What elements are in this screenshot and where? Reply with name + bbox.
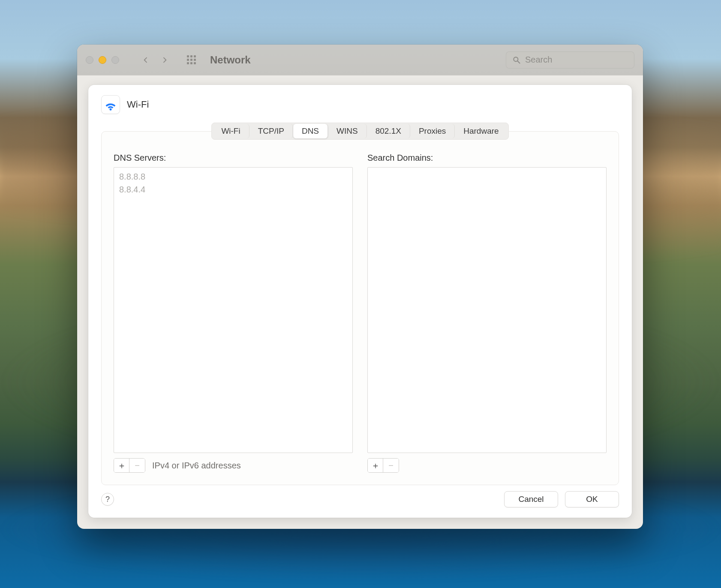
dns-server-row[interactable]: 8.8.4.4 [119, 183, 347, 196]
show-all-icon[interactable] [187, 55, 196, 65]
dns-hint: IPv4 or IPv6 addresses [152, 461, 241, 471]
remove-search-domain-button[interactable]: − [383, 459, 399, 472]
dns-servers-add-remove: ＋ − [114, 458, 145, 473]
sheet-header: Wi-Fi [88, 95, 632, 120]
cancel-button[interactable]: Cancel [504, 491, 558, 507]
tab-hardware[interactable]: Hardware [455, 124, 507, 138]
preferences-window: Network Search Wi-Fi Wi-FiTCP/IPDNSWINS8… [77, 45, 643, 529]
search-domains-column: Search Domains: ＋ − [367, 153, 607, 473]
back-icon[interactable] [142, 57, 149, 63]
tab-tcp-ip[interactable]: TCP/IP [249, 124, 293, 138]
search-domains-listbox[interactable] [367, 167, 607, 453]
ok-button[interactable]: OK [565, 491, 619, 507]
window-title: Network [210, 54, 251, 66]
close-window-button[interactable] [86, 56, 93, 64]
svg-line-1 [518, 61, 520, 63]
tab-802-1x[interactable]: 802.1X [367, 124, 410, 138]
add-dns-server-button[interactable]: ＋ [114, 459, 129, 472]
tab-proxies[interactable]: Proxies [410, 124, 455, 138]
zoom-window-button[interactable] [111, 56, 119, 64]
search-icon [512, 56, 521, 64]
wifi-icon [101, 95, 120, 114]
interface-name: Wi-Fi [127, 99, 149, 110]
tab-segmented-control: Wi-FiTCP/IPDNSWINS802.1XProxiesHardware [211, 123, 508, 140]
dns-servers-label: DNS Servers: [114, 153, 353, 163]
search-domains-label: Search Domains: [367, 153, 607, 163]
window-titlebar: Network Search [77, 45, 643, 75]
search-domains-add-remove: ＋ − [367, 458, 399, 473]
search-field[interactable]: Search [506, 51, 634, 69]
help-button[interactable]: ? [101, 493, 114, 506]
search-placeholder: Search [525, 55, 552, 65]
remove-dns-server-button[interactable]: − [129, 459, 145, 472]
minimize-window-button[interactable] [99, 56, 106, 64]
sheet-footer: ? Cancel OK [88, 485, 632, 509]
tab-wi-fi[interactable]: Wi-Fi [213, 124, 249, 138]
add-search-domain-button[interactable]: ＋ [368, 459, 383, 472]
nav-buttons [142, 57, 168, 63]
dns-servers-listbox[interactable]: 8.8.8.88.8.4.4 [114, 167, 353, 453]
advanced-settings-sheet: Wi-Fi Wi-FiTCP/IPDNSWINS802.1XProxiesHar… [88, 85, 632, 518]
traffic-lights [86, 56, 119, 64]
dns-server-row[interactable]: 8.8.8.8 [119, 170, 347, 183]
dns-servers-column: DNS Servers: 8.8.8.88.8.4.4 ＋ − IPv4 or … [114, 153, 353, 473]
tab-wins[interactable]: WINS [328, 124, 367, 138]
tab-dns[interactable]: DNS [293, 124, 328, 138]
forward-icon[interactable] [161, 57, 168, 63]
dns-panel: DNS Servers: 8.8.8.88.8.4.4 ＋ − IPv4 or … [101, 131, 619, 485]
